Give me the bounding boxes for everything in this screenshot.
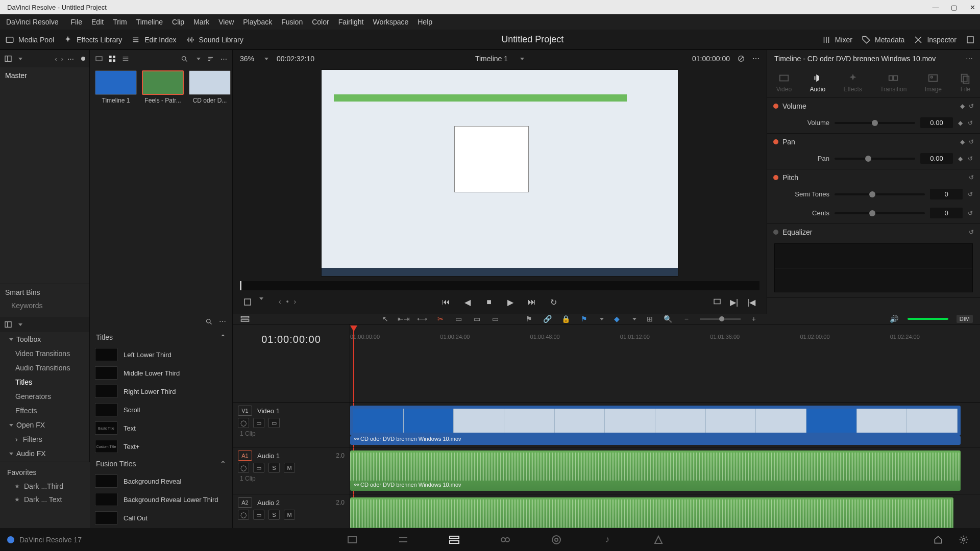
crop-icon[interactable] [243, 297, 252, 307]
zoom-in-icon[interactable]: + [749, 314, 759, 324]
reset-icon[interactable]: ↺ [969, 229, 974, 236]
toolbox-node[interactable]: Toolbox [0, 332, 89, 346]
audiofx-node[interactable]: Audio FX [0, 446, 89, 461]
fusion-background-reveal[interactable]: Background Reveal [90, 472, 232, 490]
page-deliver-icon[interactable] [651, 533, 666, 547]
history-back-icon[interactable]: ‹ [55, 55, 57, 63]
monitor-volume-slider[interactable] [908, 318, 948, 320]
next-edit-icon[interactable]: › [294, 297, 297, 307]
more-icon[interactable]: ⋯ [67, 55, 74, 63]
semitones-value[interactable]: 0 [930, 189, 963, 199]
filters-node[interactable]: ›Filters [0, 432, 89, 446]
close-icon[interactable]: ✕ [968, 4, 977, 11]
edit-index-button[interactable]: Edit Index [131, 35, 176, 44]
track-lock-icon[interactable]: ▭ [253, 418, 264, 428]
cents-slider[interactable] [835, 212, 925, 214]
play-icon[interactable]: ▶ [505, 297, 516, 307]
reset-icon[interactable]: ↺ [968, 155, 973, 162]
audio-clip-a1[interactable]: ⚯ CD oder DVD brennen Windows 10.mov [350, 450, 961, 491]
bin-master[interactable]: Master [5, 71, 84, 80]
mute-button[interactable]: M [284, 463, 295, 473]
thumbnail-view-icon[interactable] [108, 55, 116, 63]
tracks-area[interactable]: 01:00:00:0001:00:24:0001:00:48:0001:01:1… [350, 324, 980, 528]
page-fairlight-icon[interactable]: ♪ [600, 533, 615, 547]
project-settings-icon[interactable] [957, 533, 971, 547]
loop-icon[interactable]: ↻ [548, 297, 558, 307]
keyframe-icon[interactable]: ◆ [960, 138, 965, 145]
flag-blue-icon[interactable]: ⚑ [579, 314, 590, 324]
menu-file[interactable]: File [70, 18, 82, 26]
track-header-a1[interactable]: A1Audio 12.0 ◯ ▭ S M 1 Clip [233, 447, 350, 494]
step-back-icon[interactable]: ◀ [462, 297, 473, 307]
pan-value[interactable]: 0.00 [920, 153, 953, 164]
link-icon[interactable]: 🔗 [543, 314, 553, 324]
track-disable-icon[interactable]: ▭ [268, 418, 280, 428]
effects-node[interactable]: Effects [0, 404, 89, 418]
more-icon[interactable]: ⋯ [219, 317, 226, 325]
marker-icon[interactable]: ⚑ [524, 314, 534, 324]
list-view-icon[interactable] [121, 55, 130, 63]
semitones-slider[interactable] [835, 193, 925, 195]
tab-image[interactable]: Image [925, 72, 942, 93]
collapse-icon[interactable]: ⌃ [220, 460, 226, 468]
menu-workspace[interactable]: Workspace [373, 18, 408, 26]
reset-icon[interactable]: ↺ [969, 138, 974, 145]
sound-library-button[interactable]: Sound Library [186, 35, 243, 44]
favorite-item[interactable]: ★Dark ...Third [0, 480, 90, 493]
smart-bin-keywords[interactable]: Keywords [5, 302, 84, 310]
title-middle-lower-third[interactable]: Middle Lower Third [90, 364, 232, 382]
pan-slider[interactable] [835, 158, 915, 160]
zoom-slider[interactable] [700, 318, 741, 320]
trim-tool-icon[interactable]: ⇤⇥ [399, 314, 409, 324]
snap-icon[interactable]: ⊞ [645, 314, 655, 324]
enable-dot-icon[interactable] [773, 139, 778, 144]
prev-clip-icon[interactable]: |◀ [746, 297, 756, 307]
filmstrip-view-icon[interactable] [95, 55, 103, 63]
stop-icon[interactable]: ■ [484, 297, 494, 307]
equalizer-plot[interactable] [774, 243, 973, 292]
search-icon[interactable] [181, 55, 188, 63]
auto-select-icon[interactable]: ◯ [238, 510, 249, 520]
tab-video[interactable]: Video [776, 72, 792, 93]
sort-icon[interactable] [207, 55, 214, 63]
volume-value[interactable]: 0.00 [920, 117, 953, 128]
track-header-v1[interactable]: V1Video 1 ◯ ▭ ▭ 1 Clip [233, 402, 350, 447]
menu-timeline[interactable]: Timeline [136, 18, 163, 26]
insert-icon[interactable]: ▭ [454, 314, 464, 324]
reset-icon[interactable]: ↺ [969, 103, 974, 110]
audio-transitions[interactable]: Audio Transitions [0, 361, 89, 375]
tab-effects[interactable]: Effects [843, 72, 862, 93]
go-end-icon[interactable]: ⏭ [527, 297, 537, 307]
solo-button[interactable]: S [268, 510, 280, 520]
maximize-icon[interactable]: ▢ [949, 4, 959, 11]
bin-layout-icon[interactable] [4, 55, 12, 63]
openfx-node[interactable]: Open FX [0, 418, 89, 432]
bypass-icon[interactable] [737, 55, 745, 63]
cents-value[interactable]: 0 [930, 208, 963, 218]
next-clip-icon[interactable]: ▶| [729, 297, 739, 307]
keyframe-icon[interactable]: ◆ [960, 103, 965, 110]
audio-clip-a2[interactable]: Feels - Patrick Patrikios.mp3 [350, 497, 953, 528]
fusion-background-reveal-lt[interactable]: Background Reveal Lower Third [90, 490, 232, 509]
arm-icon[interactable]: ▭ [253, 463, 264, 473]
history-fwd-icon[interactable]: › [61, 55, 63, 63]
media-pool-button[interactable]: Media Pool [5, 35, 54, 44]
chevron-down-icon[interactable] [18, 58, 22, 60]
page-fusion-icon[interactable] [498, 533, 512, 547]
keyframe-icon[interactable]: ◆ [958, 155, 963, 162]
blade-tool-icon[interactable]: ✂ [435, 314, 446, 324]
fusion-call-out[interactable]: Call Out [90, 509, 232, 527]
page-cut-icon[interactable] [396, 533, 410, 547]
timeline-view-options-icon[interactable] [240, 314, 250, 324]
clip-thumb-feels[interactable]: Feels - Patr... [142, 70, 184, 104]
viewer-title[interactable]: Timeline 1 [475, 55, 508, 63]
go-start-icon[interactable]: ⏮ [441, 297, 451, 307]
effects-library-button[interactable]: Effects Library [63, 35, 122, 44]
page-edit-icon[interactable] [447, 533, 461, 547]
auto-select-icon[interactable]: ◯ [238, 418, 249, 428]
menu-help[interactable]: Help [418, 18, 432, 26]
title-left-lower-third[interactable]: Left Lower Third [90, 345, 232, 364]
clip-thumb-timeline[interactable]: Timeline 1 [95, 70, 137, 104]
selection-tool-icon[interactable]: ↖ [380, 314, 390, 324]
timeline-timecode[interactable]: 01:00:00:00 [233, 324, 350, 354]
